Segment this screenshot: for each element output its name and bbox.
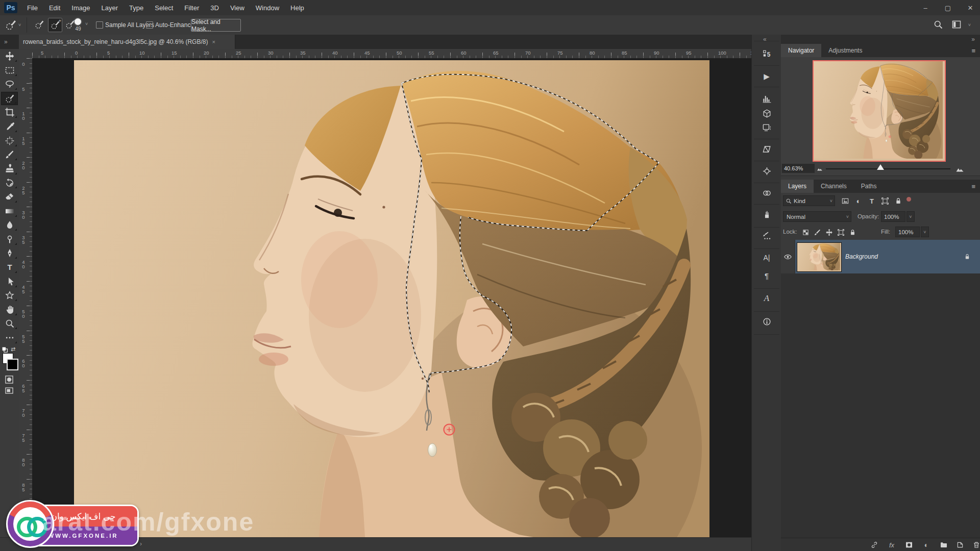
new-selection-button[interactable]: [33, 18, 46, 31]
brush-presets-icon[interactable]: [752, 207, 781, 222]
menu-3d[interactable]: 3D: [205, 0, 225, 15]
navigator-proxy-preview[interactable]: [813, 60, 946, 162]
zoom-tool[interactable]: [1, 317, 18, 330]
minimize-button[interactable]: –: [921, 4, 930, 12]
menu-filter[interactable]: Filter: [179, 0, 205, 15]
menu-edit[interactable]: Edit: [43, 0, 66, 15]
menu-help[interactable]: Help: [285, 0, 310, 15]
navigator-zoom-value[interactable]: 40.63%: [782, 164, 815, 173]
add-layer-mask-icon[interactable]: [903, 540, 915, 549]
properties-icon[interactable]: [752, 120, 781, 135]
blur-tool[interactable]: [1, 218, 18, 232]
zoom-slider-thumb[interactable]: [877, 164, 884, 170]
edit-toolbar[interactable]: [1, 331, 18, 344]
hand-tool[interactable]: [1, 303, 18, 316]
tab-close-icon[interactable]: ×: [212, 39, 215, 45]
default-colors-icon[interactable]: [2, 346, 8, 353]
collapse-panels-icon[interactable]: »: [971, 36, 975, 43]
panel-menu-icon[interactable]: ≡: [971, 183, 976, 190]
clone-source-icon[interactable]: [752, 141, 781, 157]
filter-toggle-light[interactable]: [906, 197, 911, 202]
search-icon[interactable]: [933, 19, 943, 30]
new-group-icon[interactable]: [938, 540, 949, 549]
swap-colors-icon[interactable]: ⇄: [11, 346, 15, 353]
adjustment-layer-filter-icon[interactable]: ◐: [853, 196, 864, 206]
workspace-switcher-icon[interactable]: [951, 19, 962, 30]
eyedropper-tool[interactable]: [1, 120, 18, 133]
toolbar-collapse-icon[interactable]: »: [4, 38, 8, 45]
new-layer-icon[interactable]: [954, 540, 966, 549]
marquee-tool[interactable]: [1, 64, 18, 77]
opacity-field[interactable]: 100%: [881, 211, 905, 222]
move-tool[interactable]: [1, 49, 18, 63]
creative-cloud-icon[interactable]: [752, 185, 781, 201]
paragraph-icon[interactable]: ¶: [752, 268, 781, 283]
lasso-tool[interactable]: [1, 78, 18, 91]
histogram-icon[interactable]: [752, 91, 781, 106]
document-viewport[interactable]: [32, 58, 751, 537]
path-selection-tool[interactable]: [1, 275, 18, 288]
type-tool[interactable]: [1, 261, 18, 274]
menu-image[interactable]: Image: [66, 0, 95, 15]
close-button[interactable]: ✕: [966, 4, 975, 12]
layer-style-fx-icon[interactable]: fx: [886, 540, 897, 549]
quick-mask-icon[interactable]: [4, 374, 14, 385]
brush-preview-icon[interactable]: [75, 18, 81, 25]
lock-transparent-icon[interactable]: [800, 227, 811, 237]
expand-panels-icon[interactable]: «: [763, 36, 767, 43]
status-expand-icon[interactable]: ›: [140, 540, 142, 547]
tab-navigator[interactable]: Navigator: [781, 44, 821, 57]
eraser-tool[interactable]: [1, 190, 18, 204]
new-adjustment-layer-icon[interactable]: ◐: [921, 540, 932, 549]
3d-icon[interactable]: [752, 106, 781, 121]
smart-object-filter-icon[interactable]: [893, 196, 903, 206]
pen-tool[interactable]: [1, 246, 18, 260]
lock-position-icon[interactable]: [824, 227, 834, 237]
fill-chevron[interactable]: ˅: [921, 227, 929, 237]
pixel-layer-filter-icon[interactable]: [840, 196, 850, 206]
history-brush-tool[interactable]: [1, 176, 18, 189]
tool-preset-chevron-icon[interactable]: ˅: [18, 22, 21, 28]
blend-mode-dropdown[interactable]: Normal ˅: [783, 211, 851, 222]
auto-enhance-checkbox[interactable]: [146, 21, 153, 29]
sync-icon[interactable]: [752, 163, 781, 179]
sample-all-layers-checkbox[interactable]: [96, 21, 103, 29]
panel-menu-icon[interactable]: ≡: [971, 47, 976, 55]
brush-picker-chevron-icon[interactable]: ˅: [85, 21, 88, 27]
custom-shape-tool[interactable]: [1, 289, 18, 302]
quick-selection-tool[interactable]: [1, 92, 18, 105]
tab-paths[interactable]: Paths: [854, 180, 884, 193]
menu-view[interactable]: View: [225, 0, 250, 15]
tab-channels[interactable]: Channels: [814, 180, 854, 193]
layer-row-background[interactable]: Background: [781, 240, 980, 274]
lock-pixels-icon[interactable]: [812, 227, 822, 237]
layer-thumbnail[interactable]: [797, 242, 842, 272]
fill-field[interactable]: 100%: [895, 227, 920, 237]
quick-selection-tool-preview[interactable]: [5, 19, 17, 31]
menu-layer[interactable]: Layer: [96, 0, 124, 15]
tab-adjustments[interactable]: Adjustments: [821, 44, 869, 57]
lock-all-icon[interactable]: [847, 227, 857, 237]
link-layers-icon[interactable]: [869, 540, 880, 549]
layer-visibility-toggle[interactable]: [781, 240, 795, 273]
layer-name[interactable]: Background: [845, 240, 878, 273]
horizontal-ruler[interactable]: 5051015202530354045505560657075808590951…: [32, 49, 751, 59]
info-icon[interactable]: [752, 314, 781, 329]
lock-artboard-icon[interactable]: [836, 227, 846, 237]
menu-file[interactable]: File: [21, 0, 43, 15]
type-layer-filter-icon[interactable]: T: [867, 196, 877, 206]
vertical-ruler[interactable]: 051 01 52 02 53 03 54 04 55 05 56 06 57 …: [19, 58, 33, 537]
background-color-swatch[interactable]: [7, 359, 18, 370]
select-and-mask-button[interactable]: Select and Mask...: [191, 19, 241, 32]
menu-select[interactable]: Select: [149, 0, 179, 15]
document-tab[interactable]: rowena_braids_stock_by_reine_haru-d4g3l5…: [19, 35, 235, 49]
glyphs-icon[interactable]: A: [752, 291, 781, 306]
healing-patch-tool[interactable]: [1, 134, 18, 147]
menu-window[interactable]: Window: [250, 0, 285, 15]
zoom-out-mountain-icon[interactable]: [817, 166, 823, 172]
document-image[interactable]: [74, 60, 709, 537]
dodge-tool[interactable]: [1, 233, 18, 246]
brush-settings-icon[interactable]: [752, 228, 781, 243]
screen-mode-icon[interactable]: [4, 386, 14, 396]
history-icon[interactable]: [752, 46, 781, 61]
